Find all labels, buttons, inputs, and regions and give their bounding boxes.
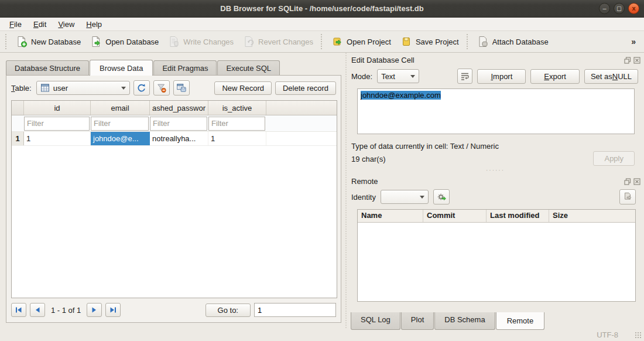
identity-settings-button[interactable]: [433, 189, 450, 204]
filter-cell: [91, 117, 149, 131]
previous-record-button[interactable]: [30, 303, 45, 317]
cell-editor[interactable]: johndoe@example.com: [357, 88, 635, 134]
float-dock-icon[interactable]: [624, 56, 631, 64]
table-controls-row: Table: user New Record Delete record: [11, 80, 336, 96]
apply-button: Apply: [593, 151, 635, 166]
right-dock-area: Edit Database Cell Mode: Text Import Exp…: [345, 53, 644, 328]
grid-filter-row: [12, 115, 337, 132]
filter-input-is-active[interactable]: [208, 117, 265, 131]
remote-column-size[interactable]: Size: [549, 210, 635, 222]
last-record-button[interactable]: [105, 303, 121, 317]
tab-remote[interactable]: Remote: [496, 312, 545, 330]
identity-label: Identity: [351, 193, 376, 202]
mode-select-value: Text: [381, 72, 395, 81]
table-select-value: user: [53, 84, 68, 93]
goto-button[interactable]: Go to:: [205, 304, 251, 317]
chevron-down-icon: [121, 87, 126, 90]
open-database-button[interactable]: Open Database: [85, 33, 163, 50]
open-database-icon: [90, 36, 102, 47]
write-changes-button: Write Changes: [163, 33, 238, 50]
toolbar-overflow-chevron[interactable]: »: [625, 37, 642, 46]
close-dock-icon[interactable]: [633, 178, 640, 185]
close-icon[interactable]: x: [628, 3, 639, 14]
menu-edit[interactable]: Edit: [28, 18, 52, 30]
remote-dock-titlebar: Remote: [347, 174, 644, 187]
row-number[interactable]: 1: [12, 132, 24, 145]
filter-cell: [208, 117, 265, 131]
tab-plot[interactable]: Plot: [401, 312, 434, 330]
revert-changes-label: Revert Changes: [258, 37, 313, 46]
clear-filter-button[interactable]: [153, 80, 170, 96]
attach-database-label: Attach Database: [492, 37, 549, 46]
dock-splitter-handle[interactable]: ······: [347, 166, 644, 174]
tab-database-structure[interactable]: Database Structure: [6, 60, 89, 75]
tab-browse-data[interactable]: Browse Data: [90, 60, 153, 76]
grid-corner-cell[interactable]: [12, 101, 24, 115]
bottom-dock-tab-bar: SQL Log Plot DB Schema Remote: [351, 312, 545, 330]
grid-header-row: id email ashed_passwor is_active: [12, 101, 337, 115]
save-project-label: Save Project: [416, 37, 459, 46]
table-select[interactable]: user: [36, 81, 130, 95]
remote-column-name[interactable]: Name: [358, 210, 423, 222]
write-changes-label: Write Changes: [183, 37, 234, 46]
cell-id[interactable]: 1: [24, 132, 91, 145]
export-button[interactable]: Export: [530, 69, 580, 84]
cell-hashed-password[interactable]: notreallyha...: [150, 132, 208, 145]
record-count-label: 1 - 1 of 1: [51, 306, 81, 315]
column-header-hashed-password[interactable]: ashed_passwor: [150, 101, 208, 115]
delete-record-button[interactable]: Delete record: [275, 81, 336, 95]
remote-column-last-modified[interactable]: Last modified: [487, 210, 549, 222]
main-toolbar: New Database Open Database Write Changes…: [0, 31, 644, 53]
filter-input-id[interactable]: [24, 117, 90, 131]
filter-cell: [24, 117, 90, 131]
tab-edit-pragmas[interactable]: Edit Pragmas: [153, 60, 217, 75]
menu-file[interactable]: File: [4, 18, 28, 30]
toolbar-drag-handle: [5, 34, 8, 49]
refresh-button[interactable]: [133, 80, 150, 96]
mode-select[interactable]: Text: [377, 69, 419, 83]
edit-cell-dock-titlebar: Edit Database Cell: [347, 53, 644, 66]
menu-help[interactable]: Help: [80, 18, 108, 30]
column-header-email[interactable]: email: [91, 101, 150, 115]
word-wrap-button[interactable]: [457, 69, 472, 84]
save-results-button[interactable]: [173, 80, 190, 96]
cell-is-active[interactable]: 1: [208, 132, 266, 145]
first-record-button[interactable]: [11, 303, 26, 317]
table-icon: [40, 83, 50, 93]
cell-email-selected[interactable]: johndoe@e...: [91, 132, 150, 145]
identity-select[interactable]: [381, 190, 429, 204]
encoding-label: UTF-8: [597, 330, 618, 339]
remote-column-commit[interactable]: Commit: [423, 210, 487, 222]
tab-execute-sql[interactable]: Execute SQL: [217, 60, 280, 75]
open-project-icon: [331, 36, 343, 47]
clone-database-button[interactable]: [619, 189, 636, 204]
resize-grip[interactable]: [635, 332, 642, 339]
save-project-button[interactable]: Save Project: [396, 33, 464, 50]
browse-data-panel: Database Structure Browse Data Edit Prag…: [0, 53, 345, 328]
menu-view[interactable]: View: [52, 18, 80, 30]
maximize-icon[interactable]: ◻: [614, 3, 625, 14]
minimize-icon[interactable]: –: [599, 3, 610, 14]
tab-sql-log[interactable]: SQL Log: [351, 312, 400, 330]
attach-database-icon: [477, 36, 489, 47]
filter-input-hashed-password[interactable]: [150, 117, 207, 131]
cell-char-count: 19 char(s): [351, 153, 499, 166]
attach-database-button[interactable]: Attach Database: [472, 33, 553, 50]
close-dock-icon[interactable]: [633, 56, 640, 64]
new-record-button[interactable]: New Record: [214, 81, 272, 95]
set-as-null-button[interactable]: Set as NULL: [584, 69, 638, 84]
new-database-button[interactable]: New Database: [11, 33, 85, 50]
column-header-is-active[interactable]: is_active: [208, 101, 266, 115]
tab-db-schema[interactable]: DB Schema: [434, 312, 495, 330]
filter-cell: [150, 117, 207, 131]
import-button[interactable]: Import: [477, 69, 526, 84]
revert-changes-icon: [243, 36, 255, 47]
goto-input[interactable]: [254, 303, 336, 317]
toolbar-separator: [467, 34, 470, 49]
filter-input-email[interactable]: [91, 117, 149, 131]
float-dock-icon[interactable]: [624, 178, 631, 185]
chevron-down-icon: [420, 196, 424, 199]
column-header-id[interactable]: id: [24, 101, 91, 115]
open-project-button[interactable]: Open Project: [327, 33, 396, 50]
next-record-button[interactable]: [87, 303, 102, 317]
